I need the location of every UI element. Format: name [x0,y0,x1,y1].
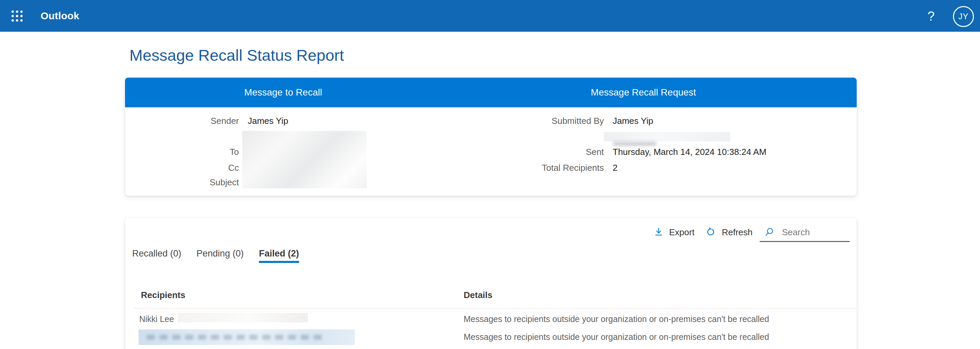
recall-detail-message: Messages to recipients outside your orga… [464,332,769,342]
tab-pending[interactable]: Pending (0) [197,248,244,263]
sender-value: James Yip [248,115,288,127]
to-label: To [138,146,239,158]
redacted-text-remnant [612,142,657,146]
subject-label: Subject [138,176,239,188]
export-button[interactable]: Export [669,227,694,237]
total-recipients-label: Total Recipients [489,162,604,173]
cc-label: Cc [138,162,239,173]
waffle-icon [11,11,23,22]
suite-header-bar: Outlook ? JY [0,0,980,32]
sent-value: Thursday, March 14, 2024 10:38:24 AM [612,146,767,158]
app-wordmark: Outlook [41,0,80,32]
redacted-recipient-email [178,313,308,322]
total-recipients-value: 2 [612,162,617,173]
page-title: Message Recall Status Report [129,46,344,65]
export-icon[interactable] [654,227,663,236]
account-avatar[interactable]: JY [953,6,974,27]
recall-results-card: Export Refresh Recalled (0) Pending (0) [125,218,857,349]
summary-card-header-band: Message to Recall Message Recall Request [125,78,857,107]
help-icon: ? [927,9,934,23]
help-button[interactable]: ? [921,7,940,25]
search-icon [765,227,774,236]
redacted-submitter-email [604,132,730,141]
tab-failed[interactable]: Failed (2) [259,248,299,263]
recipients-column-header: Recipients [141,290,186,300]
redacted-to-cc-subject-values [242,131,367,188]
avatar-initials: JY [958,12,969,21]
message-recall-status-report-page: Outlook ? JY Message Recall Status Repor… [0,0,980,349]
recall-detail-message: Messages to recipients outside your orga… [464,314,769,324]
message-recall-request-header: Message Recall Request [591,78,696,107]
sender-label: Sender [138,115,239,127]
submitted-by-value: James Yip [612,115,653,127]
table-header-divider [133,308,857,308]
sent-label: Sent [489,146,604,158]
message-to-recall-header: Message to Recall [244,78,322,107]
status-tabs: Recalled (0) Pending (0) Failed (2) [132,248,299,263]
app-launcher-button[interactable] [6,5,28,27]
submitted-by-label: Submitted By [489,115,604,127]
search-underline [760,241,850,242]
refresh-button[interactable]: Refresh [722,227,752,237]
redacted-recipient-email [138,330,355,345]
search-input[interactable] [782,226,850,238]
details-column-header: Details [464,290,492,300]
refresh-icon[interactable] [706,227,715,236]
tab-recalled[interactable]: Recalled (0) [132,248,181,263]
recipient-name: Nikki Lee [139,314,174,324]
recall-summary-card: Message to Recall Message Recall Request… [125,78,857,196]
